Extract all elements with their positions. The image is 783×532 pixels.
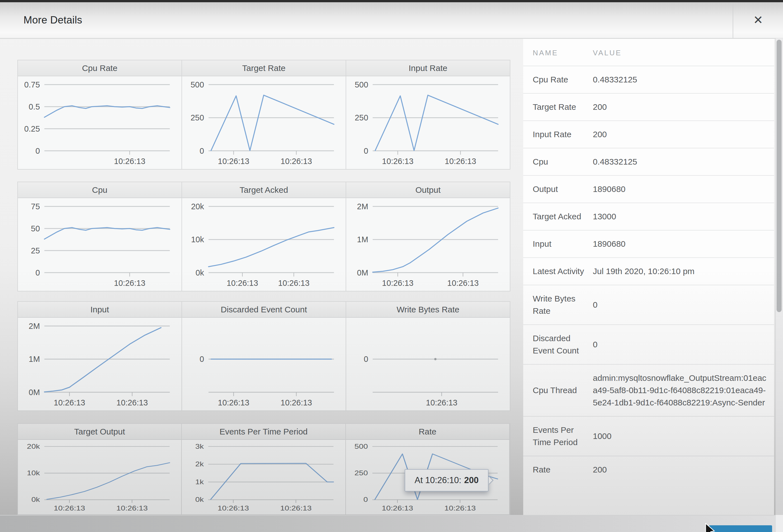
table-row-write-bytes-rate: Write Bytes Rate 0 <box>523 285 774 324</box>
svg-text:10:26:13: 10:26:13 <box>54 398 85 407</box>
chart-title: Events Per Time Period <box>220 427 308 436</box>
scrollbar-track[interactable] <box>775 38 783 532</box>
row-value: 200 <box>593 101 774 113</box>
table-row-output: Output 1890680 <box>523 175 774 203</box>
svg-text:10:26:13: 10:26:13 <box>444 505 476 512</box>
cpu-rate-chart[interactable]: 0.750.50.25010:26:13 <box>18 76 182 169</box>
svg-text:0k: 0k <box>195 268 204 277</box>
chart-header: Rate <box>346 424 509 440</box>
table-row-target-acked: Target Acked 13000 <box>523 203 774 230</box>
svg-text:250: 250 <box>354 469 368 477</box>
chart-title: Input Rate <box>409 63 447 73</box>
window-top-strip <box>0 0 783 2</box>
svg-text:500: 500 <box>355 80 368 89</box>
chart-panel-input-rate: Input Rate 500250010:26:1310:26:13 <box>346 60 510 169</box>
target-acked-chart[interactable]: 20k10k0k10:26:1310:26:13 <box>182 198 346 291</box>
table-row-latest-activity: Latest Activity Jul 19th 2020, 10:26:10 … <box>523 257 774 285</box>
modal-title: More Details <box>24 2 82 38</box>
svg-text:10:26:13: 10:26:13 <box>218 157 249 166</box>
chart-row-4: Target Output 20k10k0k10:26:1310:26:13 E… <box>17 423 510 515</box>
row-value: Jul 19th 2020, 10:26:10 pm <box>593 265 774 277</box>
svg-text:10:26:13: 10:26:13 <box>114 157 145 166</box>
chart-header: Target Rate <box>182 60 346 76</box>
chart-header: Events Per Time Period <box>182 424 345 440</box>
svg-text:2M: 2M <box>357 202 368 211</box>
row-name: Cpu <box>533 156 593 168</box>
table-row-cpu-rate: Cpu Rate 0.48332125 <box>523 66 774 93</box>
target-rate-chart[interactable]: 500250010:26:1310:26:13 <box>182 76 346 169</box>
svg-text:10:26:13: 10:26:13 <box>218 398 249 407</box>
chart-panel-cpu: Cpu 755025010:26:13 <box>18 182 182 291</box>
footer-bar <box>0 515 775 532</box>
svg-text:10:26:13: 10:26:13 <box>114 278 145 288</box>
svg-text:0k: 0k <box>31 496 40 503</box>
svg-text:10:26:13: 10:26:13 <box>426 398 457 407</box>
events-per-time-period-chart[interactable]: 3k2k1k0k10:26:1310:26:13 <box>182 440 345 514</box>
table-header-row: NAME VALUE <box>523 38 774 66</box>
row-value: 200 <box>593 128 774 140</box>
svg-text:10:26:13: 10:26:13 <box>116 505 148 512</box>
output-chart[interactable]: 2M1M0M10:26:1310:26:13 <box>346 198 510 291</box>
write-bytes-rate-chart[interactable]: 010:26:13 <box>346 318 510 410</box>
input-rate-chart[interactable]: 500250010:26:1310:26:13 <box>346 76 510 169</box>
svg-text:0: 0 <box>363 496 368 503</box>
svg-text:10:26:13: 10:26:13 <box>382 157 413 166</box>
svg-text:0: 0 <box>364 146 368 155</box>
row-name: Cpu Thread <box>533 384 593 397</box>
discarded-event-count-chart[interactable]: 010:26:1310:26:13 <box>182 318 346 410</box>
svg-text:20k: 20k <box>191 202 204 211</box>
svg-text:10:26:13: 10:26:13 <box>227 278 258 288</box>
chart-title: Input <box>90 305 109 314</box>
row-value: 0.48332125 <box>593 156 774 168</box>
svg-text:10:26:13: 10:26:13 <box>445 157 476 166</box>
svg-text:10:26:13: 10:26:13 <box>280 398 312 407</box>
svg-text:0: 0 <box>364 355 368 364</box>
row-value: 0 <box>593 299 774 311</box>
svg-text:25: 25 <box>31 246 40 255</box>
svg-text:0.5: 0.5 <box>29 102 40 111</box>
chart-title: Cpu Rate <box>82 63 118 73</box>
name-column-header: NAME <box>533 47 593 59</box>
chart-title: Output <box>415 185 440 195</box>
chart-header: Input <box>18 302 182 318</box>
cpu-chart[interactable]: 755025010:26:13 <box>18 198 182 291</box>
chart-panel-events-per-time-period: Events Per Time Period 3k2k1k0k10:26:131… <box>182 424 346 514</box>
svg-text:10:26:13: 10:26:13 <box>218 505 249 512</box>
table-row-cpu-thread: Cpu Thread admin:mysqltosnowflake_Output… <box>523 364 774 416</box>
row-name: Events Per Time Period <box>533 424 593 448</box>
modal-header: More Details ✕ <box>0 2 783 39</box>
chart-title: Rate <box>419 427 436 436</box>
scrollbar-thumb[interactable] <box>777 40 782 312</box>
svg-text:1k: 1k <box>195 478 204 486</box>
close-button[interactable]: ✕ <box>733 2 783 38</box>
row-name: Target Acked <box>533 210 593 223</box>
chart-panel-discarded-event-count: Discarded Event Count 010:26:1310:26:13 <box>182 302 346 410</box>
svg-text:10k: 10k <box>191 235 204 244</box>
input-chart[interactable]: 2M1M0M10:26:1310:26:13 <box>18 318 182 410</box>
chart-header: Cpu Rate <box>18 60 182 76</box>
chart-header: Target Acked <box>182 182 346 198</box>
svg-text:20k: 20k <box>27 443 40 450</box>
svg-text:10:26:13: 10:26:13 <box>278 278 309 288</box>
table-row-events-per-time-period: Events Per Time Period 1000 <box>523 416 774 456</box>
svg-text:0M: 0M <box>357 268 368 277</box>
row-value: 1890680 <box>593 183 774 195</box>
row-value: admin:mysqltosnowflake_OutputStream:01ea… <box>593 372 774 409</box>
footer-action-button[interactable] <box>709 525 772 532</box>
table-row-input-rate: Input Rate 200 <box>523 121 774 148</box>
chart-panel-output: Output 2M1M0M10:26:1310:26:13 <box>346 182 510 291</box>
chart-header: Cpu <box>18 182 182 198</box>
chart-tooltip: At 10:26:10: 200 <box>405 469 489 492</box>
row-name: Target Rate <box>533 101 593 113</box>
svg-text:0: 0 <box>200 146 204 155</box>
svg-text:1M: 1M <box>29 355 40 364</box>
row-name: Cpu Rate <box>533 73 593 86</box>
target-output-chart[interactable]: 20k10k0k10:26:1310:26:13 <box>18 440 181 514</box>
table-row-target-rate: Target Rate 200 <box>523 93 774 121</box>
value-column-header: VALUE <box>593 47 774 59</box>
row-name: Rate <box>533 464 593 476</box>
svg-text:0: 0 <box>200 355 204 364</box>
table-row-discarded-event-count: Discarded Event Count 0 <box>523 324 774 364</box>
chart-panel-write-bytes-rate: Write Bytes Rate 010:26:13 <box>346 302 510 410</box>
svg-text:500: 500 <box>191 80 204 89</box>
